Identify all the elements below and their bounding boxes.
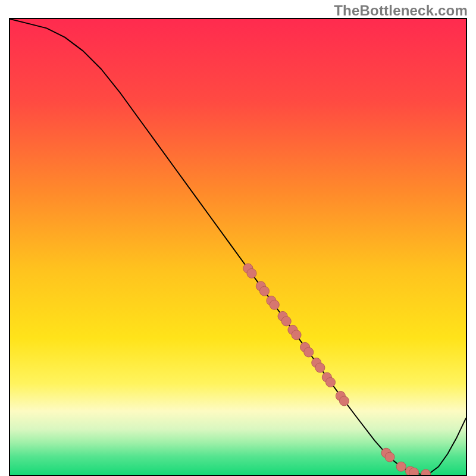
data-point: [325, 377, 335, 387]
watermark-text: TheBottleneck.com: [334, 2, 468, 19]
data-point: [304, 347, 314, 357]
data-point: [315, 363, 325, 372]
data-points-group: [243, 264, 431, 475]
data-point: [259, 286, 269, 296]
data-point: [385, 452, 394, 462]
data-point: [409, 468, 419, 475]
data-point: [270, 300, 279, 309]
data-point: [396, 462, 406, 471]
chart-line-layer: [10, 19, 466, 475]
bottleneck-curve: [10, 19, 466, 474]
data-point: [339, 396, 349, 406]
chart-plot-area: [9, 18, 467, 476]
data-point: [292, 330, 301, 340]
data-point: [247, 268, 256, 278]
data-point: [421, 469, 431, 475]
data-point: [281, 317, 291, 326]
